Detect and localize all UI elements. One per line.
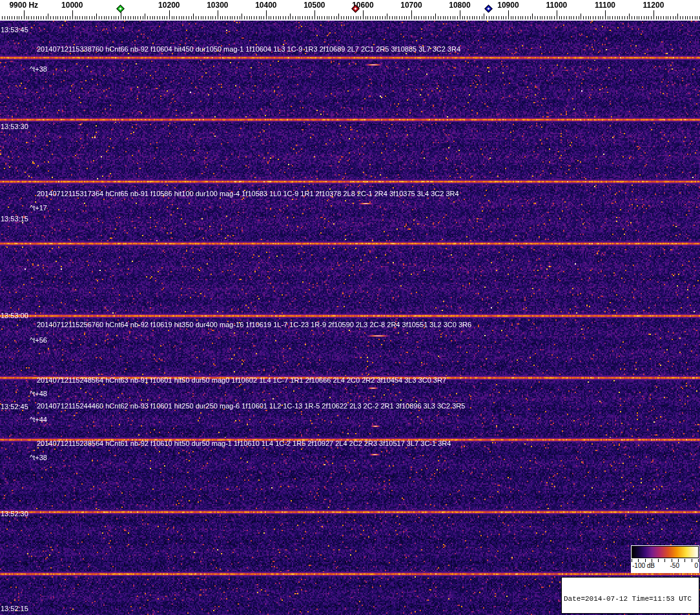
frequency-tick-label: 10800 <box>449 1 470 10</box>
station-info-box: Date=2014-07-12 Time=11:53 UTC Freq=143 … <box>561 577 699 614</box>
color-scale-labels: -100 dB -50 0 <box>632 562 699 570</box>
legend-label-min: -100 dB <box>632 562 655 570</box>
marker-center-dot <box>487 7 489 10</box>
frequency-tick-label: 10000 <box>61 1 83 10</box>
frequency-tick-label: 10400 <box>255 1 276 10</box>
frequency-tick-label: 11200 <box>643 1 664 10</box>
spectrogram-app: 9900 Hz100001020010300104001050010600107… <box>0 0 700 615</box>
legend-label-max: 0 <box>694 562 698 570</box>
marker-center-dot <box>354 7 356 10</box>
marker-center-dot <box>119 7 121 10</box>
frequency-ruler: 9900 Hz100001020010300104001050010600107… <box>0 0 700 21</box>
frequency-tick-label: 10500 <box>304 1 325 10</box>
frequency-tick-label: 10300 <box>207 1 228 10</box>
color-scale-legend: -100 dB -50 0 <box>631 545 699 573</box>
frequency-tick-label: 10900 <box>497 1 519 10</box>
frequency-tick-label: 11100 <box>595 1 615 10</box>
info-date-time: Date=2014-07-12 Time=11:53 UTC <box>564 595 697 603</box>
frequency-tick-label: 10200 <box>158 1 180 10</box>
frequency-tick-label: 11000 <box>546 1 568 10</box>
frequency-tick-label: 10700 <box>400 1 422 10</box>
spectrogram-canvas <box>0 21 700 615</box>
color-scale-gradient <box>632 546 699 558</box>
frequency-tick-label: 9900 Hz <box>9 1 38 10</box>
legend-label-mid: -50 <box>670 562 679 570</box>
